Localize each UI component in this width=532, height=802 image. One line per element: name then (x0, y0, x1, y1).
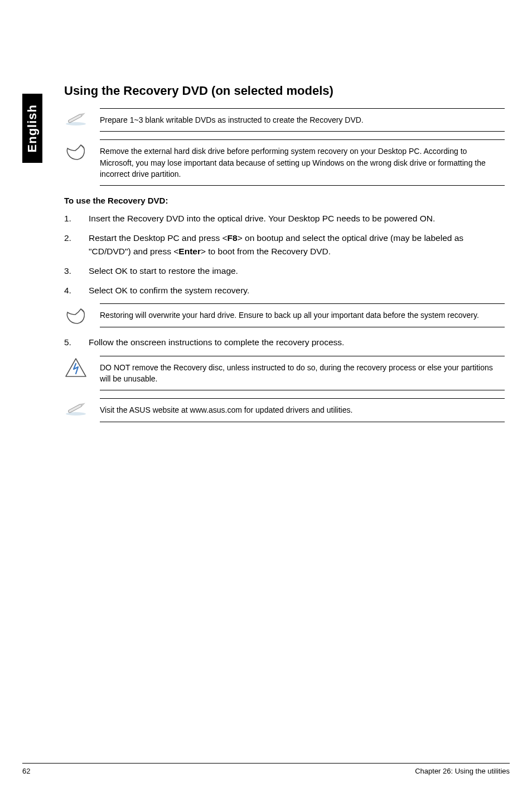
note-callout-2: Visit the ASUS website at www.asus.com f… (64, 398, 505, 422)
step-text: Select OK to start to restore the image. (89, 264, 505, 277)
note-text-2: Visit the ASUS website at www.asus.com f… (100, 398, 505, 422)
hand-text-2: Restoring will overwrite your hard drive… (100, 303, 505, 327)
page-content: Using the Recovery DVD (on selected mode… (64, 84, 505, 430)
page-footer: 62 Chapter 26: Using the utilities (22, 763, 510, 775)
step-number: 4. (64, 284, 73, 297)
pen-icon (64, 398, 88, 416)
warning-icon (64, 356, 88, 378)
hand-icon (64, 139, 88, 164)
pen-icon (64, 108, 88, 126)
steps-list-2: 5. Follow the onscreen instructions to c… (64, 336, 505, 349)
step-number: 1. (64, 212, 73, 225)
step-4: 4. Select OK to confirm the system recov… (64, 284, 505, 297)
hand-callout-1: Remove the external hard disk drive befo… (64, 139, 505, 186)
hand-callout-2: Restoring will overwrite your hard drive… (64, 303, 505, 328)
svg-rect-1 (68, 114, 82, 123)
step-text: Select OK to confirm the system recovery… (89, 284, 505, 297)
step-number: 3. (64, 264, 73, 277)
hand-text-1: Remove the external hard disk drive befo… (100, 139, 505, 186)
page-number: 62 (22, 767, 30, 775)
steps-list: 1. Insert the Recovery DVD into the opti… (64, 212, 505, 297)
step-text: Follow the onscreen instructions to comp… (89, 336, 505, 349)
step-text: Restart the Desktop PC and press <F8> on… (89, 231, 505, 258)
step-text: Insert the Recovery DVD into the optical… (89, 212, 505, 225)
warning-callout: DO NOT remove the Recovery disc, unless … (64, 356, 505, 391)
step-number: 5. (64, 336, 73, 349)
note-callout-1: Prepare 1~3 blank writable DVDs as instr… (64, 108, 505, 132)
subheading: To use the Recovery DVD: (64, 196, 505, 205)
svg-rect-5 (68, 404, 82, 413)
section-heading: Using the Recovery DVD (on selected mode… (64, 84, 505, 98)
note-text: Prepare 1~3 blank writable DVDs as instr… (100, 108, 505, 132)
step-number: 2. (64, 231, 73, 258)
svg-point-0 (66, 122, 86, 125)
step-3: 3. Select OK to start to restore the ima… (64, 264, 505, 277)
language-tab: English (22, 94, 42, 163)
language-label: English (25, 104, 40, 152)
step-2: 2. Restart the Desktop PC and press <F8>… (64, 231, 505, 258)
hand-icon (64, 303, 88, 328)
step-5: 5. Follow the onscreen instructions to c… (64, 336, 505, 349)
step-1: 1. Insert the Recovery DVD into the opti… (64, 212, 505, 225)
chapter-label: Chapter 26: Using the utilities (415, 767, 510, 775)
warning-text: DO NOT remove the Recovery disc, unless … (100, 356, 505, 391)
svg-point-4 (66, 412, 86, 416)
